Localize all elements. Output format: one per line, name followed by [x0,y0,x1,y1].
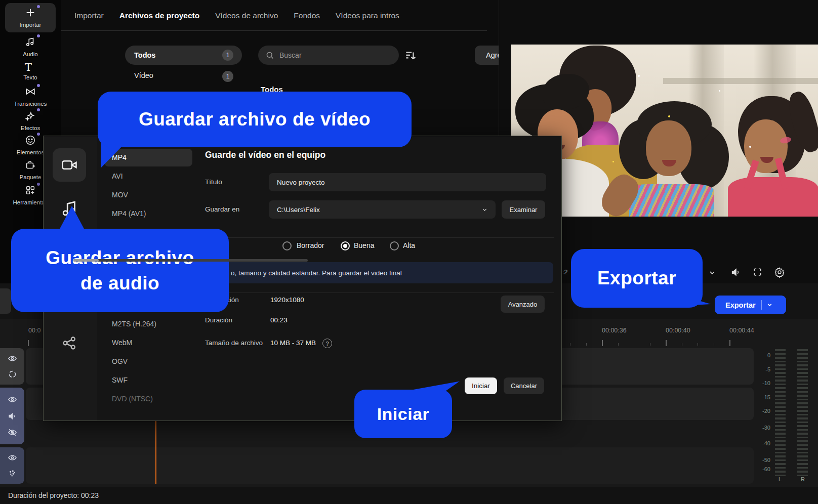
tab-importar[interactable]: Importar [74,11,104,20]
meter-led-segment [797,364,808,366]
meter-led-segment [797,425,808,427]
eye-off-icon[interactable] [8,428,17,437]
ruler-tick [650,343,650,346]
share-icon[interactable] [61,334,77,352]
sidebar-item-efectos[interactable]: Efectos [0,110,61,131]
volume-icon[interactable] [730,267,742,278]
volume-icon[interactable] [8,411,17,421]
advanced-button[interactable]: Avanzado [501,296,545,313]
meter-led-segment [775,357,786,359]
tab-vídeos-de-archivo[interactable]: Vídeos de archivo [215,11,278,20]
status-bar: Duración del proyecto: 00:23 [0,487,818,504]
fullscreen-icon[interactable] [753,267,762,277]
export-button-label: Exportar [725,301,756,309]
person-face [646,120,691,176]
search-input[interactable]: Buscar [258,46,399,65]
gear-icon[interactable] [774,267,785,278]
meter-led-segment [775,429,786,431]
meter-led-segment [797,459,808,461]
eye-icon[interactable] [8,395,17,404]
ruler-label: 00:0 [28,327,40,334]
meter-led-segment [797,380,808,382]
quality-radio-borrador[interactable] [282,241,292,250]
plus-icon [25,7,36,18]
meter-led-segment [797,349,808,351]
meter-led-segment [775,372,786,374]
meter-led-segment [797,471,808,473]
save-location-select[interactable]: C:\Users\Felix [269,200,496,219]
sidebar-item-importar[interactable]: Importar [0,7,61,28]
meter-db-label: -60 [755,466,770,472]
eye-icon[interactable] [8,453,17,463]
ruler-tick [602,340,603,346]
meter-db-label: -5 [755,366,770,372]
format-option-mp4-av1-[interactable]: MP4 (AV1) [112,209,146,218]
export-button[interactable]: Exportar [715,296,786,314]
confetti [749,146,751,148]
detail-label: Tamaño de archivo [205,339,263,347]
meter-led-segment [797,437,808,439]
confetti-dots-icon[interactable] [8,469,17,478]
tab-vídeos-para-intros[interactable]: Vídeos para intros [336,11,399,20]
format-option-dvd-ntsc-[interactable]: DVD (NTSC) [112,395,153,403]
feature-dot [37,5,40,8]
sidebar-item-label: Audio [0,51,61,57]
title-value: Nuevo proyecto [277,179,325,186]
divider [202,292,554,293]
confetti [638,75,640,77]
filter-all-label: Todos [134,51,155,59]
meter-led-segment [775,349,786,351]
format-option-ogv[interactable]: OGV [112,357,128,365]
format-option-m2ts-h-264-[interactable]: M2TS (H.264) [112,320,156,328]
sidebar-item-texto[interactable]: TTexto [0,62,61,80]
format-option-swf[interactable]: SWF [112,376,128,384]
meter-led-segment [797,361,808,363]
quality-radio-alta[interactable] [390,241,399,250]
meter-led-segment [775,353,786,355]
format-option-avi[interactable]: AVI [112,172,123,180]
meter-led-segment [775,414,786,416]
preview-scrubber[interactable] [73,259,308,262]
chevron-down-icon[interactable] [708,269,716,277]
tab-archivos-de-proyecto[interactable]: Archivos de proyecto [119,11,200,20]
meter-led-segment [775,380,786,382]
meter-led-segment [797,387,808,389]
link-loop-icon[interactable] [8,369,17,379]
meter-led-segment [775,402,786,404]
sort-icon[interactable] [404,49,417,62]
chevron-down-icon [481,206,488,213]
meter-led-segment [797,452,808,454]
meter-led-segment [797,448,808,450]
eye-icon[interactable] [8,354,17,363]
format-option-mov[interactable]: MOV [112,191,128,199]
bowtie-icon [25,86,36,97]
filter-item-video[interactable]: Vídeo [134,71,153,79]
detail-value: 00:23 [270,316,288,324]
media-tabs: ImportarArchivos de proyectoVídeos de ar… [74,11,399,20]
tab-fondos[interactable]: Fondos [294,11,320,20]
format-option-mp4[interactable]: MP4 [112,153,127,161]
toolbar-button-partial[interactable] [0,288,11,314]
callout-export: Exportar [571,249,703,308]
red-top [728,177,818,217]
quality-radio-buena[interactable] [341,241,350,250]
title-input[interactable]: Nuevo proyecto [269,173,546,191]
help-icon[interactable]: ? [322,339,332,348]
browse-button[interactable]: Examinar [502,200,545,219]
cancel-button[interactable]: Cancelar [504,377,544,394]
sidebar-item-audio[interactable]: Audio [0,36,61,57]
meter-led-segment [797,395,808,397]
format-option-webm[interactable]: WebM [112,339,132,347]
meter-led-segment [775,391,786,393]
video-camera-icon [61,156,78,174]
track-row-overlay[interactable] [26,447,754,484]
music-icon [25,36,36,48]
search-icon [265,51,274,60]
meter-led-segment [775,444,786,446]
quality-label: Alta [403,241,415,249]
start-export-button[interactable]: Iniciar [465,377,497,394]
video-export-tab[interactable] [53,148,86,182]
confetti [719,90,720,92]
chevron-down-icon[interactable] [766,302,773,308]
sidebar-item-transiciones[interactable]: Transiciones [0,86,61,107]
